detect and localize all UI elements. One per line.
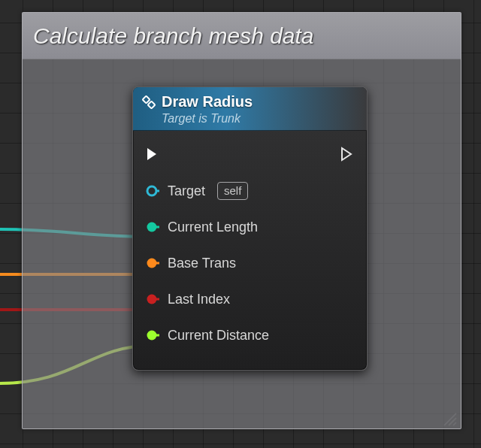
pin-label-last-index: Last Index	[168, 292, 230, 307]
node-subtitle: Target is Trunk	[162, 112, 358, 126]
pin-row-last-index[interactable]: Last Index	[145, 281, 355, 317]
node-title: Draw Radius	[162, 93, 253, 110]
pin-row-base-trans[interactable]: Base Trans	[145, 245, 355, 281]
node-header[interactable]: Draw Radius Target is Trunk	[133, 87, 367, 131]
self-default-pill[interactable]: self	[217, 182, 248, 200]
pin-row-current-distance[interactable]: Current Distance	[145, 317, 355, 353]
pin-icon[interactable]	[145, 328, 160, 343]
pin-icon[interactable]	[145, 219, 160, 235]
svg-rect-4	[148, 101, 156, 108]
svg-point-8	[147, 295, 157, 304]
function-node-draw-radius[interactable]: Draw Radius Target is Trunk Target self	[132, 86, 368, 371]
pin-label-current-distance: Current Distance	[168, 328, 269, 344]
exec-input-pin[interactable]	[145, 147, 160, 162]
svg-point-9	[147, 331, 157, 341]
node-body: Target self Current Length Base Trans La…	[133, 131, 367, 361]
pin-row-current-length[interactable]: Current Length	[145, 209, 355, 245]
pin-icon[interactable]	[145, 256, 160, 271]
exec-output-pin[interactable]	[340, 147, 355, 162]
pin-icon[interactable]	[145, 292, 160, 307]
pin-label-base-trans: Base Trans	[168, 256, 236, 271]
resize-handle-icon[interactable]	[441, 410, 458, 427]
svg-point-6	[147, 222, 157, 232]
svg-rect-3	[143, 95, 150, 103]
pin-icon[interactable]	[145, 183, 160, 198]
svg-point-5	[147, 186, 156, 195]
svg-point-7	[147, 259, 157, 268]
comment-group-title[interactable]: Calculate branch mesh data	[23, 13, 461, 59]
pin-label-current-length: Current Length	[168, 219, 258, 235]
pin-label-target: Target	[168, 183, 205, 199]
pin-row-target[interactable]: Target self	[145, 173, 355, 209]
function-icon	[142, 95, 156, 109]
svg-line-2	[453, 422, 456, 425]
